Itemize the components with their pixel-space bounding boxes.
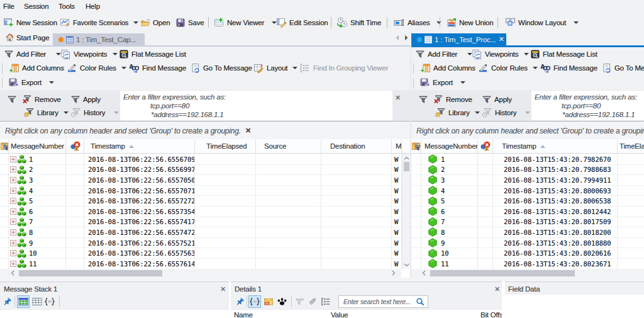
message-row[interactable]: 62016-08-13T15:43:20.8012442 bbox=[411, 207, 644, 217]
tab-scroll-right-icon[interactable] bbox=[404, 35, 409, 41]
message-row[interactable]: 42016-08-13T06:22:56.6557071W bbox=[0, 186, 410, 196]
column-header-icon[interactable] bbox=[0, 139, 9, 153]
add-columns-button[interactable]: Add Columns bbox=[9, 61, 64, 75]
window-layout-dropdown-icon[interactable] bbox=[574, 21, 579, 24]
add-filter-button[interactable]: Add Filter bbox=[415, 47, 472, 61]
save-button[interactable]: Save bbox=[175, 14, 204, 31]
apply-filter-button[interactable]: Apply bbox=[482, 94, 512, 105]
apply-filter-button[interactable]: Apply bbox=[70, 94, 101, 105]
filter-expression-input[interactable]: Enter a filter expression, such as: tcp.… bbox=[120, 91, 392, 120]
column-header-timestamp[interactable]: Timestamp bbox=[84, 139, 195, 153]
new-viewer-button[interactable]: New Viewer bbox=[214, 14, 277, 31]
color-rules-dropdown-icon[interactable] bbox=[533, 67, 538, 69]
search-icon[interactable] bbox=[416, 297, 425, 307]
filter-history-button[interactable]: History bbox=[70, 107, 119, 118]
color-rules-button[interactable]: Color Rules bbox=[67, 61, 126, 75]
message-row[interactable]: 72016-08-13T15:43:20.8017509 bbox=[411, 217, 644, 228]
new-session-button[interactable]: New Session bbox=[3, 14, 57, 31]
column-header-icon[interactable] bbox=[411, 139, 421, 153]
message-row[interactable]: 92016-08-13T15:43:20.8018880 bbox=[411, 238, 644, 249]
menu-file[interactable]: File bbox=[3, 3, 14, 10]
scroll-up-arrow-icon[interactable] bbox=[402, 154, 410, 162]
tab-capture-session[interactable]: 1 : Tim_Test_Cap... bbox=[53, 33, 145, 45]
layout-dropdown-icon[interactable] bbox=[292, 67, 297, 69]
filter-library-dropdown-icon[interactable] bbox=[64, 111, 69, 114]
expand-plus-icon[interactable] bbox=[10, 188, 16, 194]
filter-library-dropdown-icon[interactable] bbox=[475, 111, 480, 114]
expand-plus-icon[interactable] bbox=[10, 198, 16, 204]
column-header-source[interactable]: Source bbox=[256, 139, 321, 153]
color-rules-dropdown-icon[interactable] bbox=[121, 67, 126, 69]
export-dropdown-icon[interactable] bbox=[460, 81, 465, 84]
message-row[interactable]: 42016-08-13T15:43:20.8000693 bbox=[411, 186, 644, 196]
expand-plus-icon[interactable] bbox=[10, 261, 16, 267]
message-row[interactable]: 12016-08-13T15:43:20.7982670 bbox=[411, 154, 644, 165]
viewpoints-dropdown-icon[interactable] bbox=[113, 53, 118, 55]
pin-icon[interactable] bbox=[235, 297, 245, 307]
vertical-scrollbar[interactable] bbox=[402, 154, 410, 269]
filter-library-button[interactable]: Library bbox=[24, 107, 69, 118]
add-filter-button[interactable]: Add Filter bbox=[4, 47, 61, 61]
message-row[interactable]: 22016-08-13T15:43:20.7988683 bbox=[411, 165, 644, 176]
layout-button[interactable]: Layout bbox=[253, 61, 297, 75]
expand-plus-icon[interactable] bbox=[10, 229, 16, 236]
details-braces-selected-button[interactable] bbox=[248, 295, 261, 308]
message-properties-icon[interactable] bbox=[264, 297, 274, 307]
scroll-left-arrow-icon[interactable] bbox=[419, 269, 428, 277]
expand-plus-icon[interactable] bbox=[10, 208, 16, 215]
message-row[interactable]: 72016-08-13T06:22:56.6557417W bbox=[0, 217, 410, 228]
horizontal-scroll-thumb[interactable] bbox=[19, 270, 162, 276]
menu-help[interactable]: Help bbox=[86, 3, 100, 10]
open-button[interactable]: Open bbox=[140, 14, 170, 31]
vertical-scroll-thumb[interactable] bbox=[404, 162, 409, 171]
message-stack-close-icon[interactable]: ✕ bbox=[220, 285, 226, 293]
message-row[interactable]: 92016-08-13T06:22:56.6557521W bbox=[0, 238, 410, 249]
scroll-right-arrow-icon[interactable] bbox=[389, 269, 397, 277]
filter-history-dropdown-icon[interactable] bbox=[114, 111, 119, 114]
column-header-messagenumber[interactable]: MessageNumber bbox=[421, 139, 478, 153]
horizontal-scroll-thumb[interactable] bbox=[430, 270, 575, 276]
filter-expression-input[interactable]: Enter a filter expression, such as: tcp.… bbox=[531, 91, 644, 120]
message-row[interactable]: 82016-08-13T15:43:20.8018200 bbox=[411, 227, 644, 238]
braces-view-icon[interactable] bbox=[44, 297, 55, 307]
filter-library-button[interactable]: Library bbox=[435, 107, 480, 118]
expand-plus-icon[interactable] bbox=[10, 166, 16, 173]
message-row[interactable]: 32016-08-13T06:22:56.6557050W bbox=[0, 175, 410, 186]
filter-history-button[interactable]: History bbox=[482, 107, 530, 118]
pin-icon[interactable] bbox=[3, 297, 13, 307]
horizontal-scrollbar[interactable] bbox=[411, 269, 644, 278]
scroll-down-arrow-icon[interactable] bbox=[402, 261, 410, 269]
menu-session[interactable]: Session bbox=[24, 3, 49, 10]
paw-icon[interactable] bbox=[277, 297, 287, 307]
export-button[interactable]: Export bbox=[8, 76, 54, 89]
find-message-button[interactable]: A Find Message bbox=[129, 61, 186, 75]
details-filter-icon-disabled[interactable] bbox=[294, 297, 305, 307]
remove-filter-button[interactable]: Remove bbox=[433, 94, 472, 105]
message-row[interactable]: 102016-08-13T15:43:20.8020616 bbox=[411, 248, 644, 259]
column-header-timeelapsed[interactable]: TimeElapsed bbox=[195, 139, 256, 153]
horizontal-scrollbar[interactable] bbox=[0, 269, 401, 278]
details-eraser-icon-disabled[interactable] bbox=[308, 297, 318, 307]
message-row[interactable]: 112016-08-13T06:22:56.6557614W bbox=[0, 259, 410, 269]
viewpoints-dropdown-icon[interactable] bbox=[524, 53, 529, 55]
favorite-scenarios-dropdown-icon[interactable] bbox=[133, 21, 138, 24]
column-header-destination[interactable]: Destination bbox=[321, 139, 392, 153]
message-row[interactable]: 102016-08-13T06:22:56.6557563W bbox=[0, 248, 410, 259]
color-rules-button[interactable]: Color Rules bbox=[478, 61, 538, 75]
column-header-messagenumber[interactable]: MessageNumber bbox=[9, 139, 66, 153]
column-header-timestamp[interactable]: Timestamp bbox=[493, 139, 618, 153]
message-row[interactable]: 112016-08-13T15:43:20.8023671 bbox=[411, 259, 644, 269]
expand-plus-icon[interactable] bbox=[10, 250, 16, 256]
flat-message-list-button[interactable]: Flat Message List bbox=[530, 47, 597, 61]
filter-history-dropdown-icon[interactable] bbox=[525, 111, 530, 114]
details-close-icon[interactable]: ✕ bbox=[494, 285, 500, 293]
tab-start-page[interactable]: Start Page bbox=[6, 33, 49, 42]
expand-plus-icon[interactable] bbox=[10, 156, 16, 162]
message-row[interactable]: 62016-08-13T06:22:56.6557354W bbox=[0, 207, 410, 217]
details-group-list-icon[interactable] bbox=[321, 297, 331, 307]
favorite-scenarios-button[interactable]: Favorite Scenarios bbox=[60, 14, 138, 31]
aliases-dropdown-icon[interactable] bbox=[436, 21, 441, 24]
aliases-button[interactable]: Aliases bbox=[394, 14, 441, 31]
message-row[interactable]: 12016-08-13T06:22:56.6556709W bbox=[0, 154, 410, 165]
viewpoints-button[interactable]: Viewpoints bbox=[472, 47, 529, 61]
